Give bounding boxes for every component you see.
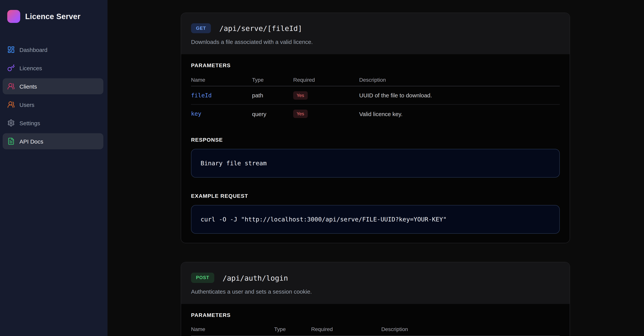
app-title: Licence Server — [25, 12, 80, 21]
sidebar-item-api-docs[interactable]: API Docs — [3, 133, 103, 149]
gear-icon — [7, 119, 15, 127]
app-window: Licence Server Dashboard Licence — [0, 0, 644, 336]
column-header-type: Type — [252, 77, 293, 83]
parameters-table-header: Name Type Required Description — [191, 74, 560, 86]
parameters-heading: PARAMETERS — [191, 312, 560, 318]
example-request-code-text: curl -O -J "http://localhost:3000/api/se… — [200, 216, 447, 223]
parameters-table: Name Type Required Description fileId pa… — [191, 74, 560, 123]
sidebar-item-label: Licences — [20, 65, 42, 71]
example-request-code-block: curl -O -J "http://localhost:3000/api/se… — [191, 205, 560, 234]
endpoint-header: POST /api/auth/login Authenticates a use… — [181, 262, 570, 304]
sidebar-item-users[interactable]: Users — [3, 97, 103, 113]
parameters-table-header: Name Type Required Description — [191, 323, 560, 336]
column-header-description: Description — [381, 326, 560, 332]
parameters-heading: PARAMETERS — [191, 62, 560, 69]
sidebar-item-licences[interactable]: Licences — [3, 60, 103, 76]
response-code-block: Binary file stream — [191, 149, 560, 178]
endpoint-card-get-serve: GET /api/serve/[fileId] Downloads a file… — [181, 13, 570, 243]
endpoint-body: PARAMETERS Name Type Required Descriptio… — [181, 54, 570, 243]
table-row: key query Yes Valid licence key. — [191, 105, 560, 123]
endpoint-body: PARAMETERS Name Type Required Descriptio… — [181, 304, 570, 336]
endpoint-description: Downloads a file associated with a valid… — [191, 39, 560, 45]
column-header-required: Required — [293, 77, 359, 83]
column-header-required: Required — [311, 326, 381, 332]
method-badge-get: GET — [191, 23, 211, 33]
sidebar-item-settings[interactable]: Settings — [3, 115, 103, 131]
key-icon — [7, 64, 15, 72]
endpoint-description: Authenticates a user and sets a session … — [191, 288, 560, 295]
main-content: GET /api/serve/[fileId] Downloads a file… — [108, 0, 644, 336]
param-description: UUID of the file to download. — [359, 92, 560, 99]
param-type: query — [252, 111, 293, 117]
sidebar: Licence Server Dashboard Licence — [0, 0, 108, 336]
required-badge: Yes — [293, 110, 308, 118]
sidebar-item-label: Settings — [20, 120, 40, 126]
endpoint-path: /api/serve/[fileId] — [219, 24, 302, 33]
required-badge: Yes — [293, 91, 308, 100]
param-type: path — [252, 92, 293, 99]
sidebar-item-dashboard[interactable]: Dashboard — [3, 42, 103, 58]
param-name: key — [191, 110, 252, 117]
users-icon — [7, 101, 15, 108]
endpoint-title-row: GET /api/serve/[fileId] — [191, 23, 560, 33]
sidebar-item-label: Users — [20, 101, 34, 108]
endpoint-header: GET /api/serve/[fileId] Downloads a file… — [181, 13, 570, 54]
response-code-text: Binary file stream — [200, 160, 267, 167]
endpoint-title-row: POST /api/auth/login — [191, 273, 560, 283]
sidebar-item-clients[interactable]: Clients — [3, 78, 103, 94]
sidebar-item-label: API Docs — [20, 138, 43, 144]
example-request-heading: EXAMPLE REQUEST — [191, 193, 560, 199]
column-header-name: Name — [191, 326, 274, 332]
table-row: fileId path Yes UUID of the file to down… — [191, 86, 560, 105]
parameters-table: Name Type Required Description — [191, 323, 560, 336]
sidebar-item-label: Dashboard — [20, 46, 48, 53]
brand: Licence Server — [0, 0, 108, 23]
sidebar-item-label: Clients — [20, 83, 37, 90]
param-name: fileId — [191, 92, 252, 99]
users-icon — [7, 82, 15, 90]
param-description: Valid licence key. — [359, 111, 560, 117]
file-text-icon — [7, 137, 15, 145]
app-logo-icon — [7, 10, 20, 23]
endpoint-card-post-login: POST /api/auth/login Authenticates a use… — [181, 262, 570, 336]
layout-dashboard-icon — [7, 46, 15, 54]
method-badge-post: POST — [191, 273, 214, 283]
param-required-cell: Yes — [293, 110, 359, 118]
column-header-description: Description — [359, 77, 560, 83]
column-header-name: Name — [191, 77, 252, 83]
endpoint-path: /api/auth/login — [222, 274, 288, 282]
param-required-cell: Yes — [293, 91, 359, 100]
response-heading: RESPONSE — [191, 137, 560, 143]
column-header-type: Type — [274, 326, 311, 332]
sidebar-nav: Dashboard Licences Clients — [0, 42, 108, 149]
